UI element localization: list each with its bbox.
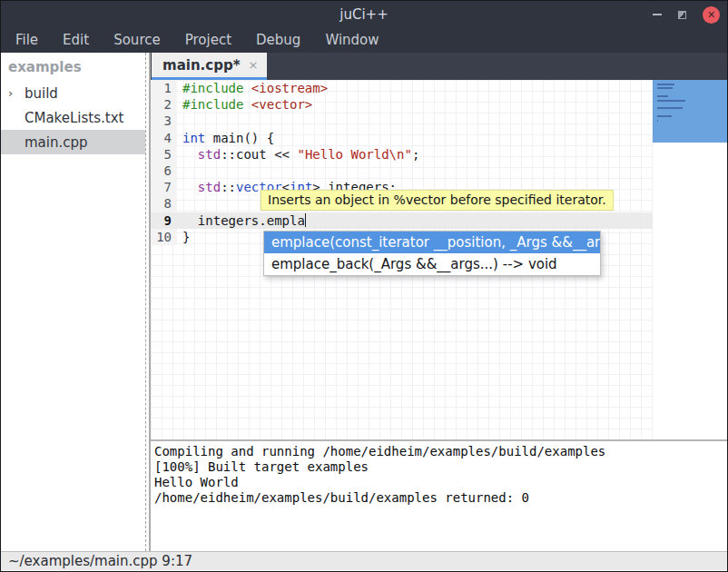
code-line-1[interactable]: 1#include <iostream>: [151, 80, 654, 96]
output-line: [100%] Built target examples: [154, 459, 727, 475]
code-line-3[interactable]: 3: [151, 113, 654, 129]
line-number: 8: [151, 195, 177, 212]
line-number: 6: [151, 163, 177, 179]
completion-popup: emplace(const_iterator __position, _Args…: [263, 231, 601, 276]
line-number: 7: [151, 179, 177, 195]
code-text: std::cout << "Hello World\n";: [177, 146, 419, 163]
completion-item[interactable]: emplace_back(_Args &&__args...) --> void: [264, 253, 600, 275]
code-line-2[interactable]: 2#include <vector>: [151, 96, 654, 113]
output-line: Hello World: [154, 475, 727, 490]
window-controls: ✕: [653, 1, 720, 28]
titlebar[interactable]: juCi++ ✕: [1, 1, 727, 28]
line-number: 3: [151, 113, 177, 129]
code-line-9[interactable]: 9 integers.empla: [151, 212, 654, 229]
project-name-label: examples: [1, 53, 145, 81]
minimap-code-stripe: [657, 100, 685, 102]
tab-main-cpp[interactable]: main.cpp* ×: [152, 53, 267, 80]
code-line-6[interactable]: 6: [151, 163, 654, 179]
output-line: Compiling and running /home/eidheim/exam…: [154, 444, 727, 459]
code-text: }: [177, 229, 190, 245]
minimap-code-stripe: [657, 84, 674, 85]
menu-item-window[interactable]: Window: [320, 28, 384, 53]
window-body: examples ›buildCMakeLists.txtmain.cpp ma…: [1, 53, 727, 551]
doc-tooltip: Inserts an object in %vector before spec…: [261, 190, 614, 211]
menu-item-project[interactable]: Project: [180, 28, 237, 53]
file-tree-item-label: build: [25, 85, 58, 102]
expander-chevron-icon[interactable]: ›: [8, 86, 25, 100]
completion-item[interactable]: emplace(const_iterator __position, _Args…: [264, 232, 600, 253]
code-text: int main() {: [177, 130, 274, 146]
tab-label: main.cpp*: [162, 57, 240, 74]
minimap[interactable]: [653, 80, 727, 439]
minimap-code-stripe: [657, 115, 672, 117]
minimap-code-stripe: [657, 120, 658, 122]
menubar: FileEditSourceProjectDebugWindow: [1, 28, 727, 53]
code-text: [177, 195, 182, 212]
menu-item-edit[interactable]: Edit: [57, 28, 94, 53]
minimap-visible-region[interactable]: [653, 80, 727, 143]
output-terminal[interactable]: Compiling and running /home/eidheim/exam…: [151, 439, 727, 551]
line-number: 10: [151, 229, 177, 245]
code-line-4[interactable]: 4int main() {: [151, 130, 654, 146]
tab-bar: main.cpp* ×: [151, 53, 727, 80]
menu-item-file[interactable]: File: [10, 28, 44, 53]
line-number: 9: [151, 212, 177, 229]
code-text: [177, 113, 182, 129]
code-text: [177, 163, 182, 179]
code-text: #include <vector>: [177, 96, 312, 113]
juci-window: juCi++ ✕ FileEditSourceProjectDebugWindo…: [0, 0, 728, 572]
menu-item-debug[interactable]: Debug: [251, 28, 306, 53]
minimap-code-stripe: [657, 87, 673, 89]
output-line: /home/eidheim/examples/build/examples re…: [154, 490, 727, 506]
main-column: main.cpp* × 1#include <iostream>2#includ…: [149, 53, 727, 551]
line-number: 4: [151, 130, 177, 146]
minimize-icon[interactable]: [653, 14, 662, 15]
code-text: integers.empla: [177, 212, 306, 229]
line-number: 1: [151, 80, 177, 96]
file-tree-item-label: main.cpp: [25, 134, 88, 151]
file-tree-item-main-cpp[interactable]: main.cpp: [1, 130, 145, 154]
code-text: #include <iostream>: [177, 80, 328, 96]
close-icon[interactable]: ✕: [703, 6, 720, 24]
file-tree-item-build[interactable]: ›build: [1, 81, 145, 105]
status-file-path: ~/examples/main.cpp 9:17: [8, 553, 192, 569]
menu-item-source[interactable]: Source: [108, 28, 166, 53]
line-number: 5: [151, 146, 177, 163]
window-title: juCi++: [1, 1, 727, 28]
status-bar: ~/examples/main.cpp 9:17: [1, 551, 727, 570]
minimap-code-stripe: [657, 107, 683, 109]
file-tree-item-label: CMakeLists.txt: [25, 110, 123, 126]
file-tree-sidebar: examples ›buildCMakeLists.txtmain.cpp: [1, 53, 145, 551]
restore-icon[interactable]: [678, 11, 686, 19]
code-editor[interactable]: 1#include <iostream>2#include <vector>34…: [151, 80, 727, 439]
line-number: 2: [151, 96, 177, 113]
code-line-5[interactable]: 5 std::cout << "Hello World\n";: [151, 146, 654, 163]
minimap-code-stripe: [657, 95, 668, 97]
text-cursor: [305, 213, 307, 227]
tab-close-icon[interactable]: ×: [248, 58, 258, 72]
file-tree-item-cmakelists-txt[interactable]: CMakeLists.txt: [1, 105, 145, 130]
